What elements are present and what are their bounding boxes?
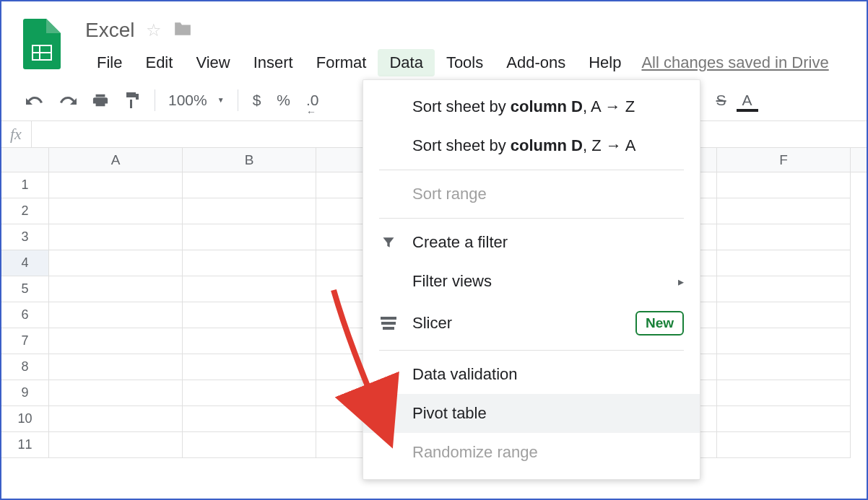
cell[interactable] — [183, 406, 316, 432]
sort-za-item[interactable]: Sort sheet by column D, Z → A — [363, 126, 700, 165]
select-all-corner[interactable] — [1, 148, 49, 172]
row-header[interactable]: 9 — [1, 380, 49, 406]
cell[interactable] — [717, 354, 851, 380]
cell[interactable] — [717, 380, 851, 406]
cell[interactable] — [717, 172, 851, 198]
cell[interactable] — [49, 276, 183, 302]
data-validation-item[interactable]: Data validation — [363, 355, 700, 394]
col-header[interactable]: F — [717, 148, 851, 172]
menu-addons[interactable]: Add-ons — [495, 49, 577, 76]
cell[interactable] — [49, 224, 183, 250]
doc-title[interactable]: Excel — [85, 19, 134, 42]
cell[interactable] — [183, 172, 316, 198]
decrease-decimal-button[interactable]: .0← — [299, 87, 326, 113]
currency-button[interactable]: $ — [246, 87, 269, 113]
cell[interactable] — [717, 302, 851, 328]
folder-icon[interactable] — [173, 19, 192, 42]
chevron-down-icon: ▼ — [217, 96, 225, 104]
col-header[interactable]: B — [183, 148, 316, 172]
menu-tools[interactable]: Tools — [435, 49, 495, 76]
cell[interactable] — [183, 302, 316, 328]
cell[interactable] — [717, 328, 851, 354]
cell[interactable] — [717, 406, 851, 432]
sheets-logo — [23, 19, 64, 71]
menu-help[interactable]: Help — [577, 49, 633, 76]
zoom-value: 100% — [168, 92, 207, 109]
menu-view[interactable]: View — [184, 49, 241, 76]
percent-button[interactable]: % — [269, 87, 298, 113]
cell[interactable] — [49, 354, 183, 380]
save-status[interactable]: All changes saved in Drive — [641, 49, 828, 76]
menu-file[interactable]: File — [85, 49, 134, 76]
cell[interactable] — [183, 328, 316, 354]
new-badge: New — [635, 311, 684, 335]
cell[interactable] — [49, 302, 183, 328]
cell[interactable] — [183, 380, 316, 406]
cell[interactable] — [49, 406, 183, 432]
row-header[interactable]: 4 — [1, 250, 49, 276]
menu-format[interactable]: Format — [305, 49, 378, 76]
cell[interactable] — [183, 276, 316, 302]
cell[interactable] — [183, 354, 316, 380]
filter-views-item[interactable]: Filter views ▸ — [363, 262, 700, 301]
row-header[interactable]: 1 — [1, 172, 49, 198]
menu-insert[interactable]: Insert — [242, 49, 305, 76]
star-icon[interactable]: ☆ — [146, 20, 162, 40]
svg-rect-2 — [383, 327, 394, 330]
undo-button[interactable] — [19, 89, 51, 111]
toolbar-divider — [238, 89, 238, 111]
cell[interactable] — [717, 250, 851, 276]
cell[interactable] — [49, 172, 183, 198]
toolbar-divider — [155, 89, 155, 111]
cell[interactable] — [717, 198, 851, 224]
row-header[interactable]: 2 — [1, 198, 49, 224]
app-header: Excel ☆ File Edit View Insert Format Dat… — [1, 1, 867, 76]
create-filter-item[interactable]: Create a filter — [363, 223, 700, 262]
menu-edit[interactable]: Edit — [134, 49, 184, 76]
cell[interactable] — [183, 224, 316, 250]
text-color-button[interactable]: A — [735, 87, 760, 113]
data-menu-dropdown: Sort sheet by column D, A → Z Sort sheet… — [363, 79, 700, 480]
slicer-item[interactable]: Slicer New — [363, 301, 700, 346]
cell[interactable] — [49, 250, 183, 276]
sort-range-item[interactable]: Sort range — [363, 175, 700, 214]
print-button[interactable] — [85, 88, 116, 113]
row-header[interactable]: 10 — [1, 406, 49, 432]
row-header[interactable]: 5 — [1, 276, 49, 302]
col-header[interactable]: A — [49, 148, 183, 172]
cell[interactable] — [183, 198, 316, 224]
filter-icon — [379, 235, 398, 250]
sort-az-item[interactable]: Sort sheet by column D, A → Z — [363, 87, 700, 126]
cell[interactable] — [717, 276, 851, 302]
cell[interactable] — [717, 224, 851, 250]
cell[interactable] — [49, 380, 183, 406]
row-header[interactable]: 8 — [1, 354, 49, 380]
cell[interactable] — [49, 328, 183, 354]
svg-rect-1 — [381, 322, 396, 325]
paint-format-button[interactable] — [117, 87, 147, 113]
row-header[interactable]: 6 — [1, 302, 49, 328]
cell[interactable] — [183, 432, 316, 458]
strike-button[interactable]: S — [709, 87, 734, 113]
row-header[interactable]: 11 — [1, 432, 49, 458]
cell[interactable] — [49, 198, 183, 224]
menu-data[interactable]: Data — [378, 49, 434, 76]
randomize-range-item[interactable]: Randomize range — [363, 433, 700, 472]
redo-button[interactable] — [52, 89, 84, 111]
cell[interactable] — [717, 432, 851, 458]
svg-rect-0 — [381, 317, 396, 320]
fx-label: fx — [10, 125, 27, 144]
cell[interactable] — [49, 432, 183, 458]
submenu-arrow-icon: ▸ — [678, 275, 684, 289]
slicer-icon — [379, 317, 398, 330]
cell[interactable] — [183, 250, 316, 276]
row-header[interactable]: 3 — [1, 224, 49, 250]
pivot-table-item[interactable]: Pivot table — [363, 394, 700, 433]
row-header[interactable]: 7 — [1, 328, 49, 354]
menubar: File Edit View Insert Format Data Tools … — [85, 49, 852, 76]
zoom-select[interactable]: 100% ▼ — [162, 92, 230, 109]
